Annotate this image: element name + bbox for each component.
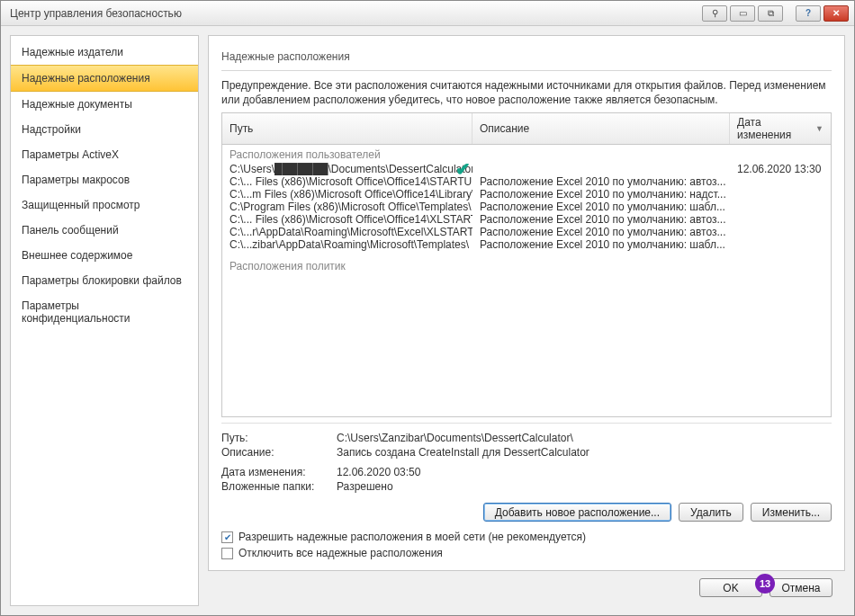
detail-subfolders-label: Вложенные папки: (221, 480, 337, 493)
sidebar-item-message-bar[interactable]: Панель сообщений (11, 218, 198, 243)
allow-network-label: Разрешить надежные расположения в моей с… (238, 531, 586, 543)
sidebar-item-file-block[interactable]: Параметры блокировки файлов (11, 268, 198, 293)
table-row[interactable]: C:\Users\███████\Documents\DessertCalcul… (222, 163, 831, 175)
sidebar-item-label: Надежные документы (22, 98, 132, 111)
col-path[interactable]: Путь (222, 113, 472, 144)
ok-button[interactable]: OK (699, 578, 762, 597)
sidebar-item-label: Надежные издатели (22, 46, 123, 58)
sidebar-item-protected-view[interactable]: Защищенный просмотр (11, 192, 198, 218)
sidebar-item-label: Параметры макросов (22, 174, 130, 186)
group-user-locations: Расположения пользователей (222, 147, 831, 163)
main-panel: Надежные расположения Предупреждение. Вс… (208, 35, 845, 606)
remove-location-button[interactable]: Удалить (679, 503, 743, 522)
detail-desc-label: Описание: (221, 446, 337, 459)
sidebar-item-addins[interactable]: Надстройки (11, 117, 198, 142)
titlebar-pin-icon[interactable]: ⚲ (702, 5, 727, 22)
col-desc[interactable]: Описание (472, 113, 730, 144)
table-row[interactable]: C:\Program Files (x86)\Microsoft Office\… (222, 201, 831, 213)
checkmark-icon: ✔ (455, 163, 471, 175)
sidebar: Надежные издатели Надежные расположения … (10, 35, 199, 606)
sidebar-item-macro-settings[interactable]: Параметры макросов (11, 167, 198, 192)
table-row[interactable]: C:\...m Files (x86)\Microsoft Office\Off… (222, 188, 831, 201)
table-row[interactable]: C:\... Files (x86)\Microsoft Office\Offi… (222, 213, 831, 226)
sidebar-item-label: Надстройки (22, 123, 81, 136)
sidebar-item-label: Параметры блокировки файлов (22, 274, 182, 287)
allow-network-checkbox[interactable]: ✔ (221, 531, 233, 543)
sidebar-item-external-content[interactable]: Внешнее содержимое (11, 243, 198, 268)
group-policy-locations: Расположения политик (222, 258, 831, 274)
sidebar-item-privacy[interactable]: Параметры конфиденциальности (11, 293, 198, 331)
sidebar-item-label: Параметры ActiveX (22, 148, 119, 161)
sidebar-item-trusted-documents[interactable]: Надежные документы (11, 92, 198, 117)
sidebar-item-label: Панель сообщений (22, 224, 119, 237)
disable-all-label: Отключить все надежные расположения (238, 547, 443, 559)
titlebar-close-icon[interactable]: ✕ (824, 5, 849, 22)
sidebar-item-label: Надежные расположения (22, 72, 150, 85)
detail-date-label: Дата изменения: (221, 466, 337, 478)
col-date[interactable]: Дата изменения▼ (730, 113, 831, 144)
sidebar-item-activex[interactable]: Параметры ActiveX (11, 142, 198, 167)
section-title: Надежные расположения (221, 45, 832, 71)
locations-table: Путь Описание Дата изменения▼ Расположен… (221, 112, 832, 417)
cancel-button[interactable]: Отмена (770, 578, 832, 597)
table-row[interactable]: C:\... Files (x86)\Microsoft Office\Offi… (222, 175, 831, 188)
detail-desc-value: Запись создана CreateInstall для Dessert… (337, 446, 590, 459)
titlebar-restore-icon[interactable]: ▭ (730, 5, 755, 22)
sidebar-item-label: Защищенный просмотр (22, 199, 140, 211)
detail-path-label: Путь: (221, 432, 337, 444)
step-badge: 13 (755, 574, 775, 594)
titlebar-window-icon[interactable]: ⧉ (758, 5, 783, 22)
table-header: Путь Описание Дата изменения▼ (222, 113, 831, 145)
titlebar: Центр управления безопасностью ⚲ ▭ ⧉ ? ✕ (1, 1, 854, 26)
sidebar-item-label: Внешнее содержимое (22, 249, 132, 262)
table-row[interactable]: C:\...r\AppData\Roaming\Microsoft\Excel\… (222, 226, 831, 238)
dialog-footer: 13 OK Отмена (208, 571, 845, 606)
sidebar-item-trusted-publishers[interactable]: Надежные издатели (11, 40, 198, 65)
disable-all-checkbox[interactable] (221, 548, 233, 559)
trust-center-dialog: Центр управления безопасностью ⚲ ▭ ⧉ ? ✕… (0, 0, 855, 616)
detail-date-value: 12.06.2020 03:50 (337, 466, 420, 478)
detail-subfolders-value: Разрешено (337, 480, 393, 493)
add-location-button[interactable]: Добавить новое расположение... (483, 503, 671, 522)
table-body: Расположения пользователей C:\Users\████… (222, 145, 831, 416)
disable-all-row: Отключить все надежные расположения (221, 545, 832, 561)
edit-location-button[interactable]: Изменить... (751, 503, 832, 522)
titlebar-buttons: ⚲ ▭ ⧉ ? ✕ (702, 5, 849, 22)
location-buttons: Добавить новое расположение... Удалить И… (221, 497, 832, 529)
sidebar-item-label: Параметры конфиденциальности (22, 299, 130, 325)
detail-path-value: C:\Users\Zanzibar\Documents\DessertCalcu… (337, 432, 573, 444)
dialog-body: Надежные издатели Надежные расположения … (1, 26, 854, 615)
allow-network-row: ✔ Разрешить надежные расположения в моей… (221, 529, 832, 545)
titlebar-help-icon[interactable]: ? (796, 5, 821, 22)
table-row[interactable]: C:\...zibar\AppData\Roaming\Microsoft\Te… (222, 238, 831, 251)
warning-text: Предупреждение. Все эти расположения счи… (221, 78, 832, 107)
sidebar-item-trusted-locations[interactable]: Надежные расположения (11, 65, 198, 92)
main-inner: Надежные расположения Предупреждение. Вс… (208, 35, 845, 571)
details-panel: Путь:C:\Users\Zanzibar\Documents\Dessert… (221, 423, 832, 497)
sort-desc-icon: ▼ (815, 124, 824, 133)
window-title: Центр управления безопасностью (6, 7, 702, 20)
